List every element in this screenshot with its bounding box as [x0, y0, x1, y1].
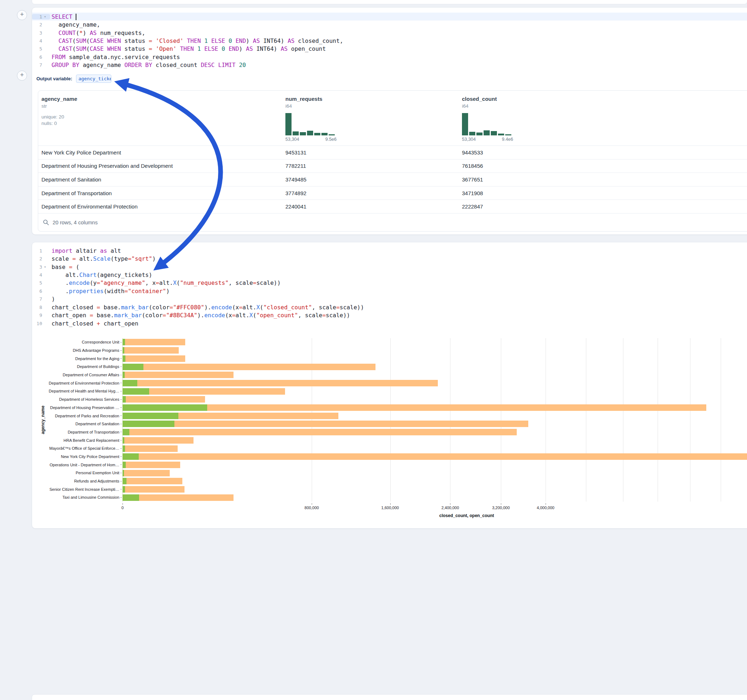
text-cursor [76, 14, 76, 20]
y-axis-label: Department of Housing Preservation … [32, 404, 122, 412]
y-axis-label-text: Taxi and Limousine Commission [62, 495, 119, 499]
bar-closed-count [122, 462, 180, 468]
histogram-bar [300, 132, 306, 136]
bar-closed-count [122, 380, 438, 386]
code-line[interactable]: 3 COUNT(*) AS num_requests, [32, 29, 747, 37]
x-axis-label: 2,400,000 [442, 505, 459, 510]
code-line[interactable]: 4 alt.Chart(agency_tickets) [32, 271, 747, 279]
y-axis-tick [120, 432, 122, 432]
y-axis-tick [120, 497, 122, 498]
code-line[interactable]: 10chart_closed + chart_open [32, 319, 747, 327]
code-text: base = ( [51, 264, 79, 270]
y-axis-label-text: Department of Health and Mental Hyg… [48, 389, 119, 393]
bar-open-count [122, 486, 125, 493]
search-icon[interactable] [43, 219, 49, 225]
notebook-page: { "ui": { "plus": "+" }, "sql_cell": { "… [0, 0, 747, 700]
line-number: 7 [34, 62, 42, 68]
bar-closed-count [122, 486, 184, 493]
line-number: 4 [34, 38, 42, 44]
histogram-max: 9.4e6 [502, 137, 513, 142]
code-line[interactable]: 7GROUP BY agency_name ORDER BY closed_co… [32, 61, 747, 69]
x-axis-tick [501, 503, 501, 505]
y-axis-label-text: Refunds and Adjustments [74, 479, 119, 483]
code-text: chart_closed + chart_open [51, 320, 138, 327]
y-axis-label: DHS Advantage Programs [32, 346, 122, 355]
chart-gridline [546, 338, 546, 502]
y-axis-label-text: Department for the Aging [75, 356, 119, 361]
code-line[interactable]: 3▾base = ( [32, 263, 747, 271]
table-cell: New York City Police Department [41, 149, 286, 155]
line-gutter: 5 [32, 46, 50, 51]
y-axis-label: Department of Parks and Recreation [32, 412, 122, 420]
y-axis-label-text: Operations Unit - Department of Hom… [50, 463, 119, 467]
add-cell-button[interactable]: + [17, 71, 27, 81]
column-histogram [462, 113, 513, 136]
table-cell: Department of Sanitation [41, 177, 286, 183]
bar-open-count [122, 470, 124, 477]
table-cell: 9453131 [286, 149, 462, 155]
python-editor[interactable]: 1import altair as alt2scale = alt.Scale(… [32, 247, 747, 327]
table-cell: Department of Housing Preservation and D… [41, 163, 286, 169]
bar-open-count [122, 494, 139, 501]
table-row[interactable]: Department of Transportation377489234719… [38, 186, 747, 200]
table-row[interactable]: New York City Police Department945313194… [38, 145, 747, 159]
code-line[interactable]: 1import altair as alt [32, 247, 747, 255]
column-header[interactable]: closed_counti6453,3049.4e6 [462, 96, 747, 142]
sql-editor[interactable]: 1▾SELECT 2 agency_name,3 COUNT(*) AS num… [32, 13, 747, 69]
code-line[interactable]: 8chart_closed = base.mark_bar(color="#FF… [32, 303, 747, 311]
histogram-min: 53,304 [462, 137, 476, 142]
code-line[interactable]: 9chart_open = base.mark_bar(color="#8BC3… [32, 311, 747, 319]
table-cell: Department of Environmental Protection [41, 204, 286, 210]
code-line[interactable]: 1▾SELECT [32, 13, 747, 21]
code-line[interactable]: 7) [32, 295, 747, 303]
line-number: 10 [34, 321, 42, 326]
code-line[interactable]: 4 CAST(SUM(CASE WHEN status = 'Closed' T… [32, 37, 747, 45]
column-header[interactable]: num_requestsi6453,3049.5e6 [286, 96, 462, 142]
table-row[interactable]: Department of Housing Preservation and D… [38, 159, 747, 173]
x-axis-label: 1,600,000 [381, 505, 399, 510]
chart-y-axis-labels: Correspondence UnitDHS Advantage Program… [32, 338, 122, 502]
column-header[interactable]: agency_namestrunique: 20nulls: 0 [41, 96, 286, 142]
bar-closed-count [122, 372, 233, 378]
sql-cell-card: 1▾SELECT 2 agency_name,3 COUNT(*) AS num… [32, 7, 747, 235]
code-text: agency_name, [51, 21, 100, 28]
code-line[interactable]: 2scale = alt.Scale(type="sqrt") [32, 255, 747, 262]
chart-x-axis-title: closed_count, open_count [122, 513, 747, 518]
histogram-range: 53,3049.5e6 [286, 137, 337, 142]
code-line[interactable]: 2 agency_name, [32, 21, 747, 29]
line-gutter: 7 [32, 296, 50, 302]
table-cell: 3774892 [286, 190, 462, 196]
histogram-range: 53,3049.4e6 [462, 137, 513, 142]
bar-closed-count [122, 404, 706, 411]
chart-gridline [450, 338, 451, 502]
histogram-bar [462, 113, 468, 136]
histogram-bar [321, 133, 328, 136]
code-line[interactable]: 5 CAST(SUM(CASE WHEN status = 'Open' THE… [32, 45, 747, 53]
fold-caret-icon[interactable]: ▾ [42, 266, 48, 269]
chart-gridline [586, 338, 586, 502]
next-cell-edge [32, 694, 747, 700]
add-cell-button[interactable]: + [17, 10, 27, 20]
y-axis-label: Department of Buildings [32, 363, 122, 371]
table-row[interactable]: Department of Sanitation37494853677651 [38, 172, 747, 186]
column-type: i64 [462, 103, 747, 109]
code-line[interactable]: 6 .properties(width="container") [32, 287, 747, 295]
chart-panel: agency_name Correspondence UnitDHS Advan… [32, 337, 747, 524]
chart-gridline [721, 338, 721, 502]
column-name: closed_count [462, 96, 747, 102]
code-line[interactable]: 6FROM sample_data.nyc.service_requests [32, 53, 747, 61]
output-variable-chip[interactable]: agency_tickets [76, 74, 111, 83]
bar-closed-count [122, 355, 185, 362]
table-row[interactable]: Department of Environmental Protection22… [38, 199, 747, 213]
code-line[interactable]: 5 .encode(y="agency_name", x=alt.X("num_… [32, 279, 747, 287]
x-axis-tick [450, 503, 451, 505]
line-gutter: 6 [32, 288, 50, 294]
chart-x-axis-labels: 0800,0001,600,0002,400,0003,200,0004,000… [122, 503, 747, 511]
y-axis-label-text: Department of Consumer Affairs [63, 373, 119, 377]
x-axis-tick [546, 503, 546, 505]
fold-caret-icon[interactable]: ▾ [42, 15, 48, 18]
column-stats: unique: 20nulls: 0 [41, 114, 286, 127]
y-axis-label: Department of Environmental Protection [32, 379, 122, 387]
line-gutter: 1▾ [32, 14, 50, 20]
code-text: COUNT(*) AS num_requests, [51, 30, 145, 36]
